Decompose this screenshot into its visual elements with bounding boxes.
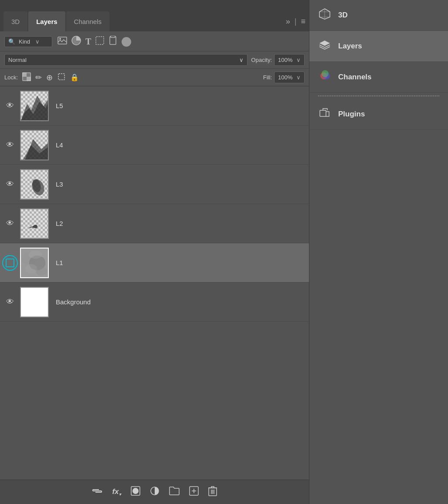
filter-circle-icon [122, 37, 131, 47]
right-panel-label-plugins: Plugins [338, 110, 365, 119]
lock-transparency-icon[interactable] [22, 72, 31, 82]
layer-name-l3: L3 [52, 180, 63, 188]
layers-icon [318, 39, 331, 54]
layer-thumb-l2 [20, 208, 49, 239]
right-panel-item-plugins[interactable]: Plugins [309, 99, 448, 130]
eye-icon-l3[interactable]: 👁 [6, 180, 14, 189]
bottom-bar: fx▾ [0, 480, 309, 504]
layer-thumb-l3 [20, 169, 49, 200]
layers-list: 👁 L5 👁 L4 [0, 86, 309, 480]
svg-point-40 [322, 70, 329, 77]
lock-label: Lock: [4, 74, 18, 81]
filter-smart-icon[interactable] [109, 36, 117, 48]
layer-thumb-l4 [20, 130, 49, 160]
dotted-divider-line [318, 95, 439, 96]
layer-name-l4: L4 [52, 141, 63, 149]
lock-position-icon[interactable]: ⊕ [46, 73, 53, 82]
add-adjustment-icon[interactable] [150, 486, 160, 498]
lock-image-icon[interactable]: ✏ [35, 73, 42, 82]
layer-visibility-l3[interactable]: 👁 [3, 180, 17, 189]
right-panel-label-3d: 3D [338, 11, 348, 20]
svg-point-1 [59, 38, 61, 40]
fill-section: Fill: 100% ∨ [263, 72, 305, 83]
right-panel-item-layers[interactable]: Layers [309, 31, 448, 62]
create-layer-icon[interactable] [189, 486, 199, 498]
lock-all-icon[interactable]: 🔒 [70, 73, 79, 82]
layer-name-l5: L5 [52, 102, 63, 109]
create-group-icon[interactable] [169, 486, 180, 498]
lock-row: Lock: ✏ ⊕ 🔒 [0, 69, 309, 86]
layer-name-l2: L2 [52, 220, 63, 227]
layer-selected-indicator [2, 255, 18, 271]
opacity-section: Opacity: 100% ∨ [251, 54, 305, 66]
svg-rect-41 [320, 110, 326, 116]
add-layer-style-icon[interactable]: fx▾ [112, 487, 121, 497]
layer-item-l2[interactable]: 👁 L2 [0, 204, 309, 243]
lock-icons: ✏ ⊕ 🔒 [22, 72, 79, 82]
filter-shape-icon[interactable] [95, 36, 104, 47]
layer-name-background: Background [52, 298, 91, 306]
lock-artboard-icon[interactable] [57, 72, 66, 82]
eye-icon-background[interactable]: 👁 [6, 297, 14, 306]
svg-rect-3 [96, 37, 104, 44]
layer-item-l5[interactable]: 👁 L5 [0, 86, 309, 126]
layer-item-l4[interactable]: 👁 L4 [0, 126, 309, 165]
plugins-icon [318, 107, 331, 122]
layer-visibility-l1[interactable] [3, 255, 17, 271]
svg-rect-11 [58, 74, 64, 80]
layer-item-l3[interactable]: 👁 L3 [0, 165, 309, 204]
filter-pixel-icon[interactable] [58, 37, 67, 47]
layer-name-l1: L1 [52, 259, 63, 266]
layer-thumb-background [20, 287, 49, 317]
right-panel-item-3d[interactable]: 3D [309, 0, 448, 31]
blend-mode-row: Normal ∨ Opacity: 100% ∨ [0, 51, 309, 69]
left-panel: 3D Layers Channels » | ≡ 🔍 Kind ∨ [0, 0, 309, 504]
svg-point-22 [25, 264, 37, 274]
layer-item-l1[interactable]: L1 [0, 243, 309, 283]
layer-visibility-background[interactable]: 👁 [3, 297, 17, 306]
svg-point-23 [36, 266, 47, 276]
right-panel-item-channels[interactable]: Channels [309, 62, 448, 93]
panel-divider [309, 93, 448, 99]
delete-layer-icon[interactable] [208, 486, 217, 498]
3d-icon [318, 8, 331, 23]
filter-type-icon[interactable]: T [85, 37, 91, 47]
right-panel-label-layers: Layers [338, 42, 362, 51]
right-panel: 3D Layers Channels [309, 0, 448, 504]
layer-thumb-l1 [20, 248, 49, 278]
tab-channels[interactable]: Channels [66, 11, 109, 31]
svg-rect-5 [111, 36, 115, 37]
svg-rect-25 [21, 288, 48, 317]
kind-filter-select[interactable]: 🔍 Kind ∨ [4, 36, 52, 47]
right-panel-label-channels: Channels [338, 73, 372, 82]
filter-bar: 🔍 Kind ∨ T [0, 32, 309, 51]
svg-point-28 [132, 488, 139, 494]
panel-menu-icon[interactable]: ≡ [301, 17, 305, 26]
blend-mode-select[interactable]: Normal ∨ [4, 54, 248, 66]
tabs-bar: 3D Layers Channels » | ≡ [0, 0, 309, 32]
eye-icon-l5[interactable]: 👁 [6, 101, 14, 110]
tab-layers[interactable]: Layers [28, 11, 65, 31]
svg-point-24 [29, 250, 42, 259]
link-layers-icon[interactable] [92, 487, 102, 497]
filter-icons: T [58, 36, 131, 48]
opacity-input[interactable]: 100% ∨ [274, 54, 305, 66]
layer-thumb-l5 [20, 91, 49, 121]
channels-icon [318, 70, 331, 85]
tab-3d[interactable]: 3D [3, 11, 27, 31]
eye-icon-l4[interactable]: 👁 [6, 140, 14, 150]
layer-visibility-l2[interactable]: 👁 [3, 219, 17, 228]
tabs-more: » | ≡ [286, 11, 305, 31]
filter-adjustment-icon[interactable] [71, 36, 81, 48]
layer-selected-inner [6, 259, 14, 267]
add-mask-icon[interactable] [131, 486, 140, 498]
layer-visibility-l5[interactable]: 👁 [3, 101, 17, 110]
fill-input[interactable]: 100% ∨ [274, 72, 305, 83]
eye-icon-l2[interactable]: 👁 [6, 219, 14, 228]
layer-visibility-l4[interactable]: 👁 [3, 140, 17, 150]
layer-item-background[interactable]: 👁 Background [0, 283, 309, 322]
more-panels-icon[interactable]: » [286, 17, 290, 26]
